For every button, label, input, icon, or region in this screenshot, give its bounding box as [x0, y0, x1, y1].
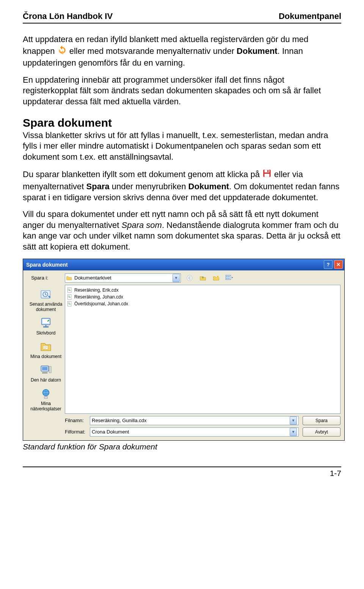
- sidebar-label: Skrivbord: [36, 330, 56, 336]
- page-header: Črona Lön Handbok IV Dokumentpanel: [23, 11, 341, 24]
- sidebar-label: Senast använda dokument: [27, 302, 65, 312]
- file-item[interactable]: Reseräkning, Johan.cdx: [67, 294, 339, 300]
- svg-point-4: [187, 275, 192, 281]
- sidebar-label: Den här datorn: [31, 377, 61, 383]
- chevron-down-icon[interactable]: ▼: [290, 428, 297, 436]
- sidebar-item-desktop[interactable]: Skrivbord: [27, 316, 65, 338]
- sidebar-label: Mina nätverksplatser: [27, 401, 65, 412]
- sidebar-item-documents[interactable]: Mina dokument: [27, 339, 65, 361]
- places-sidebar: Senast använda dokument Skrivbord Mina d…: [27, 285, 65, 437]
- back-button[interactable]: [185, 273, 194, 283]
- file-item[interactable]: Övertidsjournal, Johan.cdx: [67, 300, 339, 307]
- svg-rect-7: [226, 276, 228, 277]
- filename-label: Filnamn:: [65, 418, 88, 423]
- sidebar-label: Mina dokument: [30, 354, 61, 359]
- page-number: 1-7: [330, 469, 341, 478]
- refresh-icon: [57, 45, 67, 58]
- svg-rect-1: [264, 170, 269, 173]
- savein-label: Spara i:: [27, 275, 48, 281]
- view-menu-button[interactable]: [224, 273, 234, 283]
- figure-caption: Standard funktion för Spara dokument: [23, 442, 341, 451]
- svg-rect-3: [264, 174, 269, 177]
- svg-rect-23: [44, 396, 48, 399]
- sidebar-item-network[interactable]: Mina nätverksplatser: [27, 386, 65, 414]
- folder-icon: [66, 275, 72, 281]
- file-name: Övertidsjournal, Johan.cdx: [74, 301, 128, 306]
- paragraph-3: Vissa blanketter skrivs ut för att fylla…: [23, 130, 341, 163]
- filename-input[interactable]: Reseräkning, Gunilla.cdx ▼: [90, 416, 299, 425]
- format-label: Filformat:: [65, 429, 88, 435]
- help-button[interactable]: ?: [324, 260, 333, 269]
- save-icon: [262, 168, 272, 181]
- file-name: Reseräkning, Johan.cdx: [74, 294, 123, 300]
- save-button[interactable]: Spara: [303, 416, 340, 425]
- paragraph-4: Du sparar blanketten ifyllt som ett doku…: [23, 168, 341, 203]
- paragraph-2: En uppdatering innebär att programmet un…: [23, 75, 341, 107]
- savein-value: Dokumentarkivet: [74, 275, 173, 281]
- svg-rect-9: [226, 278, 228, 279]
- chevron-down-icon[interactable]: ▼: [290, 416, 297, 425]
- paragraph-1: Att uppdatera en redan ifylld blankett m…: [23, 34, 341, 69]
- dialog-titlebar: Spara dokument ? ✕: [23, 259, 344, 270]
- svg-rect-18: [42, 367, 47, 370]
- svg-rect-2: [267, 170, 268, 172]
- header-right: Dokumentpanel: [279, 11, 341, 21]
- file-name: Reseräkning, Erik.cdx: [74, 287, 119, 293]
- svg-rect-8: [228, 276, 230, 277]
- format-value: Crona Dokument: [92, 429, 290, 435]
- savein-dropdown[interactable]: Dokumentarkivet ▼: [65, 273, 181, 283]
- header-left: Črona Lön Handbok IV: [23, 11, 113, 21]
- dialog-title: Spara dokument: [26, 262, 68, 268]
- file-list[interactable]: Reseräkning, Erik.cdx Reseräkning, Johan…: [65, 285, 340, 414]
- up-folder-button[interactable]: [198, 273, 207, 283]
- svg-rect-20: [42, 372, 47, 373]
- sidebar-item-computer[interactable]: Den här datorn: [27, 363, 65, 385]
- cancel-button[interactable]: Avbryt: [303, 427, 340, 437]
- svg-rect-15: [43, 326, 49, 327]
- paragraph-5: Vill du spara dokumentet under ett nytt …: [23, 209, 341, 252]
- heading-spara-dokument: Spara dokument: [23, 116, 341, 129]
- file-item[interactable]: Reseräkning, Erik.cdx: [67, 287, 339, 294]
- page-footer: 1-7: [23, 466, 341, 478]
- save-dialog: Spara dokument ? ✕ Spara i: Dokumentarki…: [23, 259, 345, 441]
- sidebar-item-recent[interactable]: Senast använda dokument: [27, 287, 65, 314]
- svg-rect-10: [228, 278, 230, 279]
- new-folder-button[interactable]: [211, 273, 221, 283]
- chevron-down-icon[interactable]: ▼: [173, 274, 180, 282]
- close-button[interactable]: ✕: [334, 260, 343, 269]
- filename-value: Reseräkning, Gunilla.cdx: [92, 418, 290, 423]
- format-dropdown[interactable]: Crona Dokument ▼: [90, 427, 299, 437]
- svg-rect-19: [49, 366, 52, 373]
